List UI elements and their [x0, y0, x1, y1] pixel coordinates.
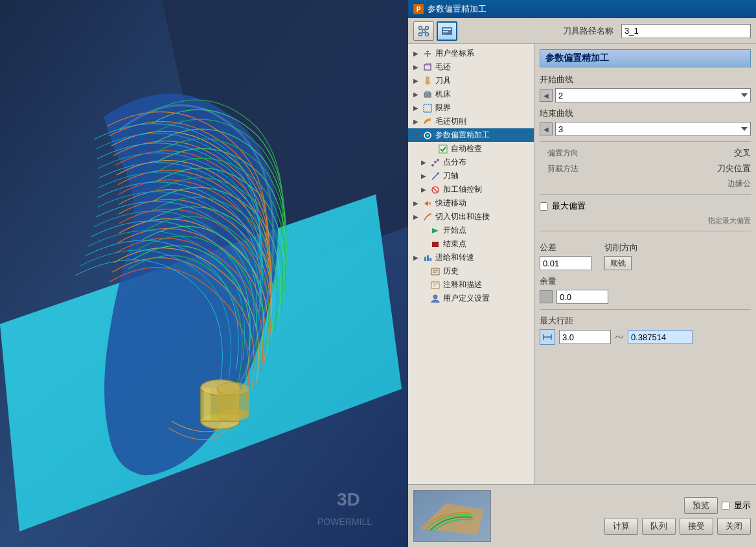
toolbar-btn-grid[interactable]	[413, 21, 434, 41]
max-offset-checkbox[interactable]	[540, 202, 548, 211]
expand-coord[interactable]: ▶	[413, 50, 421, 57]
allowance-label: 余量	[540, 275, 751, 287]
icon-blank-cut	[422, 117, 433, 127]
divider-4	[540, 309, 751, 310]
svg-rect-37	[432, 242, 439, 247]
trim-method-label: 剪裁方法	[540, 163, 578, 174]
expand-blade-axis[interactable]: ▶	[421, 172, 429, 180]
allowance-input[interactable]	[556, 290, 608, 304]
end-curve-row: ◀ 3	[540, 122, 751, 136]
svg-point-32	[434, 161, 437, 163]
expand-blank-cut[interactable]: ▶	[413, 118, 421, 125]
tree-item-blank-cut[interactable]: ▶ 毛还切削	[408, 115, 534, 128]
tree-item-axis-ctrl[interactable]: ▶ 加工轴控制	[408, 183, 534, 196]
tree-item-blade-axis[interactable]: ▶ 刀轴	[408, 169, 534, 183]
label-start-pt: 开始点	[443, 225, 466, 236]
svg-text:3D: 3D	[337, 489, 360, 509]
bottom-right: 预览 显示 计算 队列 接受 关闭	[496, 497, 751, 535]
end-curve-wrapper: ◀ 3	[540, 122, 751, 136]
cut-dir-group: 切削方向 顺铣	[604, 237, 638, 270]
expand-machine[interactable]: ▶	[413, 91, 421, 98]
end-curve-label: 结束曲线	[540, 108, 751, 119]
expand-tool[interactable]: ▶	[413, 77, 421, 84]
accept-btn[interactable]: 接受	[680, 518, 713, 535]
calc-btn[interactable]: 计算	[604, 518, 638, 535]
icon-tool	[422, 76, 433, 86]
tree-item-limit[interactable]: ▶ 限界	[408, 101, 534, 115]
expand-axis-ctrl[interactable]: ▶	[421, 186, 429, 193]
tree-item-param-offset[interactable]: ▼ 参数偏置精加工	[408, 128, 534, 142]
max-dist-input[interactable]	[559, 330, 611, 344]
tree-item-fast-move[interactable]: ▶ 快进移动	[408, 196, 534, 210]
label-blank-cut: 毛还切削	[435, 116, 466, 127]
icon-blank	[422, 62, 433, 73]
icon-point-dist	[430, 157, 441, 168]
end-curve-icon: ◀	[540, 122, 553, 135]
trim-method-row: 剪裁方法 刀尖位置	[540, 163, 751, 174]
tree-item-tool[interactable]: ▶ 刀具	[408, 74, 534, 87]
icon-auto-check	[438, 144, 448, 154]
svg-point-18	[422, 29, 426, 32]
max-offset-row: 最大偏置	[540, 200, 751, 212]
cut-dir-btn[interactable]: 顺铣	[604, 256, 632, 270]
path-name-input[interactable]	[621, 24, 751, 38]
expand-point-dist[interactable]: ▶	[421, 159, 429, 166]
preview-btn[interactable]: 预览	[684, 497, 718, 514]
expand-fast-move[interactable]: ▶	[413, 200, 421, 207]
label-fast-move: 快进移动	[435, 198, 466, 209]
expand-feed-speed[interactable]: ▶	[413, 254, 421, 261]
expand-cut-connect[interactable]: ▶	[413, 213, 421, 220]
svg-rect-23	[424, 65, 431, 70]
tree-item-start-pt[interactable]: ▶ 开始点	[408, 224, 534, 237]
tree-item-auto-check[interactable]: ▶ 自动检查	[408, 142, 534, 156]
expand-limit[interactable]: ▶	[413, 104, 421, 111]
tolerance-input[interactable]	[540, 256, 591, 270]
start-curve-select[interactable]: 2	[555, 88, 751, 102]
content-area: ▶ 用户坐标系 ▶ 毛还 ▶ 刀具 ▶	[408, 44, 756, 484]
tree-item-end-pt[interactable]: ▶ 结束点	[408, 237, 534, 251]
icon-axis-ctrl	[430, 185, 441, 195]
queue-btn[interactable]: 队列	[642, 518, 676, 535]
icon-end-pt	[430, 239, 441, 250]
label-point-dist: 点分布	[443, 157, 466, 168]
end-curve-select[interactable]: 3	[555, 122, 751, 136]
svg-rect-26	[424, 93, 431, 97]
params-panel: 参数偏置精加工 开始曲线 ◀ 2 结束曲线 ◀ 3	[534, 44, 756, 484]
show-label: 显示	[734, 500, 751, 511]
svg-line-35	[433, 187, 438, 192]
dist-icon	[540, 329, 555, 345]
tree-item-blank[interactable]: ▶ 毛还	[408, 60, 534, 74]
show-checkbox[interactable]	[722, 502, 730, 510]
max-dist-scallop-input[interactable]	[628, 330, 693, 344]
tree-item-point-dist[interactable]: ▶ 点分布	[408, 156, 534, 169]
tree-item-machine[interactable]: ▶ 机床	[408, 87, 534, 101]
label-auto-check: 自动检查	[451, 143, 482, 154]
icon-cut-connect	[422, 212, 433, 222]
tree-item-coord[interactable]: ▶ 用户坐标系	[408, 47, 534, 60]
label-history: 历史	[443, 266, 459, 277]
tree-item-notes[interactable]: ▶ 注释和描述	[408, 278, 534, 292]
svg-point-15	[419, 32, 422, 36]
tree-item-feed-speed[interactable]: ▶ 进给和转速	[408, 251, 534, 264]
label-end-pt: 结束点	[443, 239, 466, 250]
tree-item-history[interactable]: ▶ 历史	[408, 264, 534, 278]
svg-point-29	[426, 134, 429, 137]
svg-point-11	[217, 382, 249, 395]
expand-blank[interactable]: ▶	[413, 64, 421, 71]
tree-item-user-def[interactable]: ▶ 用户定义设置	[408, 292, 534, 305]
tree-item-cut-connect[interactable]: ▶ 切入切出和连接	[408, 210, 534, 224]
expand-param-offset[interactable]: ▼	[413, 132, 421, 139]
icon-machine	[422, 89, 433, 100]
label-notes: 注释和描述	[443, 279, 482, 290]
toolbar-btn-active[interactable]	[437, 21, 457, 41]
offset-dir-row: 偏置方向 交叉	[540, 147, 751, 159]
icon-coord	[422, 49, 433, 59]
label-coord: 用户坐标系	[435, 48, 474, 59]
params-title: 参数偏置精加工	[540, 49, 751, 67]
close-btn[interactable]: 关闭	[717, 518, 751, 535]
allowance-swatch	[540, 290, 553, 303]
offset-dir-label: 偏置方向	[540, 148, 578, 159]
start-curve-label: 开始曲线	[540, 74, 751, 86]
label-param-offset: 参数偏置精加工	[435, 130, 490, 141]
icon-param-offset	[422, 130, 433, 141]
